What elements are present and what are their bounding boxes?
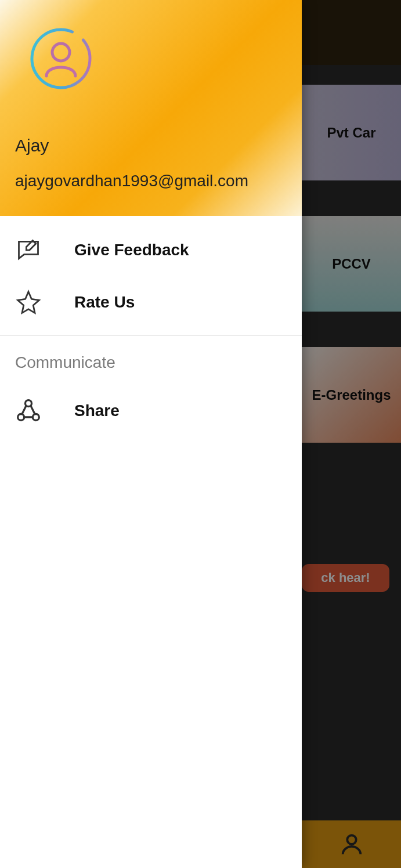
menu-item-label: Share	[74, 402, 120, 420]
profile-avatar[interactable]	[29, 27, 93, 91]
section-header-communicate: Communicate	[0, 336, 302, 377]
svg-point-1	[29, 27, 93, 91]
drawer-header: Ajay ajaygovardhan1993@gmail.com	[0, 0, 302, 216]
user-email: ajaygovardhan1993@gmail.com	[15, 172, 287, 190]
menu-section-communicate: Share	[0, 377, 302, 437]
user-name: Ajay	[15, 136, 287, 155]
menu-item-share[interactable]: Share	[0, 385, 302, 437]
user-circle-icon	[29, 27, 93, 91]
star-icon	[14, 288, 43, 317]
menu-item-label: Give Feedback	[74, 241, 189, 259]
menu-item-feedback[interactable]: Give Feedback	[0, 224, 302, 276]
menu-item-rate-us[interactable]: Rate Us	[0, 276, 302, 328]
share-icon	[14, 396, 43, 425]
svg-point-2	[52, 44, 70, 61]
feedback-icon	[14, 236, 43, 265]
menu-section-main: Give Feedback Rate Us	[0, 216, 302, 328]
menu-item-label: Rate Us	[74, 293, 135, 312]
svg-point-4	[18, 414, 24, 421]
navigation-drawer: Ajay ajaygovardhan1993@gmail.com Give Fe…	[0, 0, 302, 868]
svg-point-5	[32, 414, 39, 421]
